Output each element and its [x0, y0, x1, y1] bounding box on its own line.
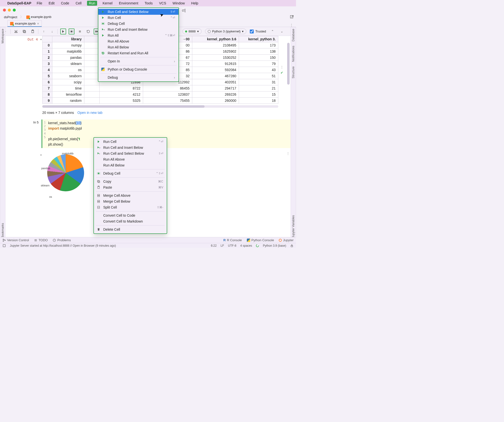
app-name[interactable]: DataSpell-EAP [7, 1, 31, 5]
menu-item-debug-cell[interactable]: Debug Cell⌃⇧⏎ [94, 170, 167, 176]
stop-button[interactable] [77, 29, 83, 34]
open-in-button[interactable] [290, 15, 294, 20]
menu-run[interactable]: Run [87, 1, 97, 6]
close-tab-icon[interactable]: × [37, 22, 39, 26]
line-separator[interactable]: LF [221, 244, 224, 247]
menu-vcs[interactable]: VCS [158, 1, 167, 6]
menu-item-restart-kernel-and-run-all[interactable]: Restart Kernel and Run All [98, 50, 178, 56]
notebook-icon [26, 15, 30, 19]
code-editor[interactable]: kernel_stats.head(10) import matplotlib.… [47, 120, 291, 148]
zoom-window-button[interactable] [13, 9, 16, 12]
tool-python-console[interactable]: Python Console [247, 238, 274, 242]
menu-item-run-cell[interactable]: Run Cell⌃⏎ [98, 15, 178, 21]
table-row[interactable]: 9random53257545526000018 [43, 98, 278, 104]
trusted-checkbox[interactable] [250, 30, 254, 33]
table-header[interactable]: library [52, 36, 84, 42]
menu-item-convert-cell-to-markdown[interactable]: Convert Cell to Markdown [94, 218, 167, 224]
stripe-notifications[interactable]: Notifications [292, 46, 295, 62]
menu-item-open-in[interactable]: Open In› [98, 58, 178, 64]
indent-setting[interactable]: 4 spaces [240, 244, 252, 247]
scrollbar-thumb[interactable] [42, 105, 205, 108]
move-up-button[interactable]: ↑ [41, 29, 47, 34]
prev-cell-button[interactable]: ⌃ [269, 29, 275, 34]
table-header[interactable]: kernel_python 3.6 [192, 36, 239, 42]
lock-icon[interactable] [290, 244, 294, 247]
move-down-button[interactable]: ↓ [49, 29, 55, 34]
tool-r-console[interactable]: RR Console [223, 238, 242, 242]
tool-jupyter[interactable]: Jupyter [279, 238, 294, 242]
output-more-icon[interactable]: ⋮ [286, 151, 290, 196]
v-scrollbar[interactable] [287, 43, 290, 85]
trusted-toggle[interactable]: Trusted [250, 30, 266, 33]
copy-button[interactable] [21, 29, 27, 34]
menu-item-split-cell[interactable]: Split Cell⇧⌘- [94, 204, 167, 210]
menu-item-delete-cell[interactable]: Delete Cell [94, 226, 167, 232]
menu-item-paste[interactable]: Paste⌘V [94, 184, 167, 190]
menu-window[interactable]: Window [172, 1, 186, 6]
menu-item-merge-cell-above[interactable]: Merge Cell Above [94, 193, 167, 198]
cut-button[interactable] [13, 29, 19, 34]
menu-code[interactable]: Code [60, 1, 70, 6]
table-row[interactable]: 8tensorflow421212383726922615 [43, 91, 278, 98]
menu-item-run-all-above[interactable]: Run All Above [94, 156, 167, 162]
breadcrumb-project[interactable]: dsProject [2, 15, 19, 19]
menu-cell[interactable]: Cell [74, 1, 82, 6]
table-header[interactable]: kernel_python 3. [239, 36, 278, 42]
stripe-database[interactable]: Database [292, 29, 295, 41]
menu-kernel[interactable]: Kernel [102, 1, 113, 6]
tool-todo[interactable]: TODO [34, 238, 48, 242]
stripe-structure[interactable]: Structure [292, 66, 295, 78]
menu-edit[interactable]: Edit [48, 1, 56, 6]
menu-file[interactable]: File [36, 1, 43, 6]
svg-point-21 [3, 241, 4, 241]
status-message[interactable]: Jupyter Server started at http://localho… [10, 244, 116, 247]
minimize-window-button[interactable] [8, 9, 11, 12]
menu-tools[interactable]: Tools [144, 1, 154, 6]
caret-position[interactable]: 6:22 [211, 244, 217, 247]
close-window-button[interactable] [3, 9, 6, 12]
menu-item-debug-cell[interactable]: Debug Cell [98, 21, 178, 27]
collapse-icon[interactable]: ▾ [40, 38, 42, 41]
tab-overflow-icon[interactable]: ⋮ [290, 23, 293, 27]
h-scrollbar[interactable] [42, 105, 278, 108]
menu-environment[interactable]: Environment [118, 1, 139, 6]
menu-item-copy[interactable]: Copy⌘C [94, 179, 167, 184]
stripe-bookmarks[interactable]: Bookmarks [1, 223, 4, 238]
menu-item-run-cell[interactable]: Run Cell⌃⏎ [94, 139, 167, 145]
debug-cell-button[interactable] [69, 29, 74, 34]
table-header[interactable] [43, 36, 52, 42]
paste-button[interactable] [30, 29, 36, 34]
menu-item-run-all[interactable]: Run All⌃⇧⌘⏎ [98, 32, 178, 38]
menu-item-run-all-below[interactable]: Run All Below [94, 162, 167, 168]
file-encoding[interactable]: UTF-8 [228, 244, 236, 247]
open-new-tab-link[interactable]: Open in new tab [77, 111, 103, 115]
menu-item-run-cell-and-select-below[interactable]: Run Cell and Select Below⇧⏎ [94, 151, 167, 156]
menu-item-convert-cell-to-code[interactable]: Convert Cell to Code [94, 212, 167, 218]
menu-item-run-cell-and-insert-below[interactable]: Run Cell and Insert Below [94, 145, 167, 151]
breadcrumb-file[interactable]: example.ipynb [25, 15, 53, 19]
menu-item-debug[interactable]: Debug› [98, 75, 178, 80]
table-more-icon[interactable]: ⋮ [280, 65, 283, 69]
menu-item-run-all-below[interactable]: Run All Below [98, 44, 178, 50]
stripe-workspace[interactable]: Workspace [1, 29, 4, 44]
tool-problems[interactable]: Problems [53, 238, 71, 242]
trusted-label: Trusted [255, 30, 266, 33]
stripe-jupyter-vars[interactable]: Jupyter Variables [292, 215, 295, 238]
menu-item-run-cell-and-insert-below[interactable]: Run Cell and Insert Below [98, 27, 178, 32]
table-header[interactable] [84, 36, 100, 42]
kernel-selector[interactable]: Python 3 (ipykernel)▾ [205, 29, 247, 34]
jupyter-server-selector[interactable]: 8888▾ [182, 29, 202, 34]
menu-item-python-or-debug-console[interactable]: Python or Debug Console [98, 66, 178, 72]
menu-help[interactable]: Help [190, 1, 199, 6]
menu-item-merge-cell-below[interactable]: Merge Cell Below [94, 198, 167, 204]
interpreter[interactable]: Python 3.9 (base) [263, 244, 286, 247]
next-cell-button[interactable]: ⌄ [279, 29, 285, 34]
menu-item-run-cell-and-select-below[interactable]: Run Cell and Select Below⇧⏎ [98, 9, 178, 15]
file-tab-example[interactable]: example.ipynb × [7, 20, 42, 27]
tool-version-control[interactable]: Version Control [2, 238, 29, 242]
menu-item-run-all-above[interactable]: Run All Above [98, 38, 178, 44]
run-cell-button[interactable] [60, 29, 66, 34]
collapse-icon[interactable]: ▾ [40, 153, 42, 157]
table-row[interactable]: 7time87228645529471721 [43, 85, 278, 91]
restart-button[interactable] [85, 29, 91, 34]
